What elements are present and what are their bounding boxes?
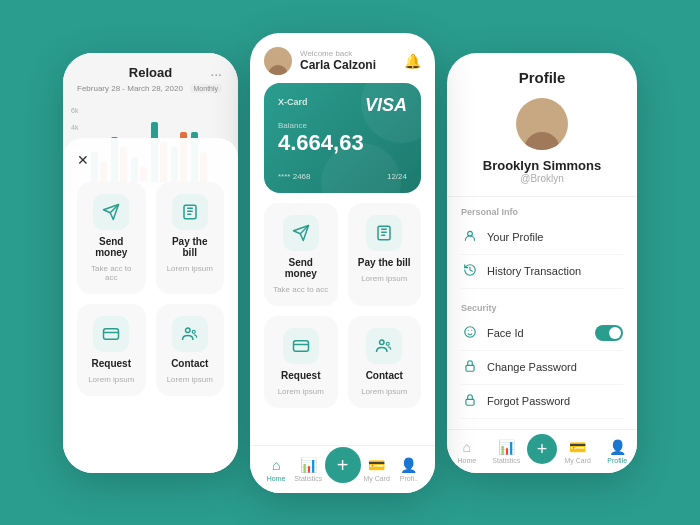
action-title: Contact <box>366 370 403 381</box>
contact-subtitle: Lorem ipsum <box>167 375 213 384</box>
top-bar: Welcome back Carla Calzoni 🔔 <box>250 33 435 83</box>
notification-icon[interactable]: 🔔 <box>404 53 421 69</box>
action-contact[interactable]: Contact Lorem ipsum <box>348 316 422 408</box>
svg-rect-7 <box>293 340 308 351</box>
change-password-item[interactable]: Change Password <box>461 351 623 385</box>
action-contact[interactable]: Contact Lorem ipsum <box>156 304 225 396</box>
center-actions: Send money Take acc to acc Pay the bill … <box>250 203 435 408</box>
your-profile-item[interactable]: Your Profile <box>461 221 623 255</box>
profile-header: Profile Brooklyn Simmons @Broklyn <box>447 53 637 197</box>
statistics-icon: 📊 <box>300 457 317 473</box>
action-pay-bill[interactable]: Pay the bill Lorem ipsum <box>156 182 225 294</box>
credit-card[interactable]: X-Card VISA Balance 4.664,63 **** 2468 1… <box>264 83 421 193</box>
action-grid: Send money Take acc to acc Pay the bill … <box>77 182 224 396</box>
profile-bottom-nav: ⌂ Home 📊 Statistics + 💳 My Card 👤 Profil… <box>447 429 637 473</box>
nav-home-label: Home <box>457 457 476 464</box>
profile-avatar <box>516 98 568 150</box>
date-range: February 28 - March 28, 2020 Monthly <box>77 84 224 93</box>
nav-statistics[interactable]: 📊 Statistics <box>487 439 527 464</box>
request-label: Request <box>92 358 131 369</box>
nav-statistics-label: Statistics <box>492 457 520 464</box>
forgot-password-label: Forgot Password <box>487 395 623 407</box>
user-name: Carla Calzoni <box>300 58 404 72</box>
svg-rect-1 <box>104 328 119 339</box>
svg-point-3 <box>192 330 195 333</box>
contact-icon <box>172 316 208 352</box>
history-transaction-item[interactable]: History Transaction <box>461 255 623 289</box>
contact-icon <box>366 328 402 364</box>
nav-home[interactable]: ⌂ Home <box>447 439 487 464</box>
svg-rect-14 <box>466 365 474 371</box>
action-title: Send money <box>272 257 330 279</box>
face-id-label: Face Id <box>487 327 587 339</box>
close-icon[interactable]: ✕ <box>77 152 224 168</box>
nav-mycard[interactable]: 💳 My Card <box>361 457 393 482</box>
nav-add[interactable]: + <box>325 447 361 491</box>
svg-point-2 <box>185 328 190 333</box>
card-network: VISA <box>365 95 407 116</box>
card-label: X-Card <box>278 97 308 107</box>
personal-info-title: Personal Info <box>461 207 623 217</box>
pay-bill-icon <box>366 215 402 251</box>
nav-add[interactable]: + <box>526 434 558 468</box>
svg-point-10 <box>524 132 560 150</box>
send-money-subtitle: Take acc to acc <box>85 264 138 282</box>
center-phone: Welcome back Carla Calzoni 🔔 X-Card VISA… <box>250 33 435 493</box>
add-icon[interactable]: + <box>325 447 361 483</box>
profile-icon: 👤 <box>609 439 626 455</box>
action-modal: ✕ Send money Take acc to acc Pay the bil… <box>63 138 238 473</box>
card-number: **** 2468 <box>278 172 310 181</box>
card-section: X-Card VISA Balance 4.664,63 **** 2468 1… <box>250 83 435 193</box>
profile-handle: @Broklyn <box>461 173 623 184</box>
home-icon: ⌂ <box>272 457 280 473</box>
your-profile-icon <box>461 229 479 246</box>
contact-label: Contact <box>171 358 208 369</box>
change-password-label: Change Password <box>487 361 623 373</box>
request-subtitle: Lorem ipsum <box>88 375 134 384</box>
card-icon: 💳 <box>569 439 586 455</box>
svg-point-13 <box>465 326 476 337</box>
face-id-item[interactable]: Face Id <box>461 317 623 351</box>
personal-info-section: Personal Info Your Profile History Trans… <box>447 197 637 293</box>
svg-rect-15 <box>466 399 474 405</box>
pay-bill-label: Pay the bill <box>164 236 217 258</box>
nav-profile[interactable]: 👤 Profile <box>597 439 637 464</box>
security-section: Security Face Id Change Password Forgot … <box>447 293 637 423</box>
request-icon <box>283 328 319 364</box>
add-icon[interactable]: + <box>527 434 557 464</box>
statistics-icon: 📊 <box>498 439 515 455</box>
action-subtitle: Take acc to acc <box>273 285 328 294</box>
forgot-password-icon <box>461 393 479 410</box>
action-request[interactable]: Request Lorem ipsum <box>264 316 338 408</box>
reload-header: Reload ··· February 28 - March 28, 2020 … <box>63 53 238 101</box>
forgot-password-item[interactable]: Forgot Password <box>461 385 623 419</box>
nav-mycard[interactable]: 💳 My Card <box>558 439 598 464</box>
action-grid: Send money Take acc to acc Pay the bill … <box>264 203 421 408</box>
card-expiry: 12/24 <box>387 172 407 181</box>
nav-mycard-label: My Card <box>363 475 389 482</box>
period-selector[interactable]: Monthly <box>190 84 223 93</box>
welcome-back-label: Welcome back <box>300 49 404 58</box>
pay-bill-icon <box>172 194 208 230</box>
change-password-icon <box>461 359 479 376</box>
action-send-money[interactable]: Send money Take acc to acc <box>77 182 146 294</box>
nav-home[interactable]: ⌂ Home <box>260 457 292 482</box>
left-phone: Reload ··· February 28 - March 28, 2020 … <box>63 53 238 473</box>
svg-point-5 <box>272 52 284 64</box>
avatar <box>264 47 292 75</box>
svg-point-4 <box>268 65 288 75</box>
action-pay-bill[interactable]: Pay the bill Lorem ipsum <box>348 203 422 306</box>
nav-profile[interactable]: 👤 Profi.. <box>393 457 425 482</box>
action-send-money[interactable]: Send money Take acc to acc <box>264 203 338 306</box>
face-id-toggle[interactable] <box>595 325 623 341</box>
right-phone: Profile Brooklyn Simmons @Broklyn Person… <box>447 53 637 473</box>
action-request[interactable]: Request Lorem ipsum <box>77 304 146 396</box>
action-subtitle: Lorem ipsum <box>361 274 407 283</box>
request-icon <box>93 316 129 352</box>
nav-statistics[interactable]: 📊 Statistics <box>292 457 324 482</box>
svg-point-12 <box>468 231 473 236</box>
nav-statistics-label: Statistics <box>294 475 322 482</box>
chart-label-6k: 6k <box>71 107 78 114</box>
card-icon: 💳 <box>368 457 385 473</box>
history-icon <box>461 263 479 280</box>
